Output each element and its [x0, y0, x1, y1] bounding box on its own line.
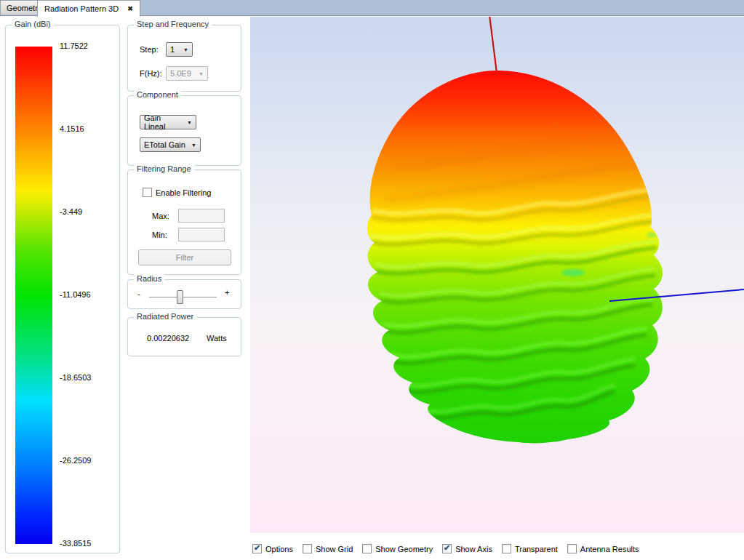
chevron-down-icon: ▼ [177, 47, 188, 52]
checkbox-box[interactable] [502, 544, 511, 553]
step-select[interactable]: 1 ▼ [166, 42, 193, 57]
radius-slider-handle[interactable] [177, 290, 183, 304]
colorbar-tick: -11.0496 [60, 290, 91, 299]
filter-button: Filter [138, 249, 231, 265]
max-input [178, 209, 225, 223]
radiated-power-unit: Watts [207, 334, 227, 343]
gain-colorbar-group: Gain (dBi) 11.7522 4.1516 -3.449 -11.049… [5, 25, 120, 553]
radiation-pattern-3d-scene [250, 17, 744, 533]
colorbar-tick: -33.8515 [60, 539, 91, 548]
chevron-down-icon: ▼ [185, 143, 196, 148]
show-geometry-checkbox[interactable]: Show Geometry [362, 544, 433, 553]
radiation-pattern-3d-viewport[interactable] [250, 17, 744, 533]
min-input [178, 228, 225, 241]
chevron-down-icon: ▼ [193, 71, 204, 76]
show-geometry-label: Show Geometry [375, 545, 433, 553]
colorbar-tick: -3.449 [60, 207, 82, 216]
checkbox-box[interactable] [362, 544, 372, 553]
checkbox-box[interactable] [303, 544, 312, 553]
show-grid-checkbox[interactable]: Show Grid [303, 544, 353, 553]
step-label: Step: [140, 45, 159, 54]
filtering-range-title: Filtering Range [134, 164, 194, 173]
view-options-bar: ✔ Options Show Grid Show Geometry ✔ Show… [252, 544, 639, 553]
step-select-value: 1 [170, 45, 175, 54]
transparent-checkbox[interactable]: Transparent [502, 544, 558, 553]
frequency-label: F(Hz): [140, 69, 162, 78]
frequency-select: 5.0E9 ▼ [166, 66, 208, 81]
radiated-power-value: 0.00220632 [147, 334, 189, 343]
options-checkbox[interactable]: ✔ Options [252, 544, 293, 553]
tab-radiation-pattern-3d-label: Radiation Pattern 3D [44, 4, 119, 13]
show-axis-checkbox[interactable]: ✔ Show Axis [442, 544, 492, 553]
radius-group: Radius - + [127, 279, 241, 309]
component-field-value: ETotal Gain [144, 140, 185, 149]
colorbar-tick: 11.7522 [60, 41, 88, 50]
radius-plus-button[interactable]: + [225, 288, 229, 297]
check-icon: ✔ [444, 544, 450, 552]
check-icon: ✔ [254, 544, 260, 552]
max-label: Max: [152, 212, 169, 220]
options-label: Options [265, 545, 293, 553]
gain-colorbar-title: Gain (dBi) [12, 20, 54, 28]
tab-bar: Geometry Radiation Pattern 3D ✖ [0, 0, 744, 16]
checkbox-box[interactable]: ✔ [252, 544, 262, 553]
checkbox-box[interactable]: ✔ [442, 544, 452, 553]
step-frequency-title: Step and Frequency [134, 20, 212, 28]
show-axis-label: Show Axis [455, 545, 492, 553]
colorbar-tick: -26.2509 [60, 456, 91, 465]
antenna-results-label: Antenna Results [580, 545, 639, 553]
min-label: Min: [152, 231, 167, 239]
step-frequency-group: Step and Frequency Step: 1 ▼ F(Hz): 5.0E… [127, 25, 241, 92]
enable-filtering-checkbox[interactable]: Enable Filtering [143, 188, 211, 197]
colorbar-tick: -18.6503 [60, 373, 91, 382]
radius-title: Radius [134, 274, 164, 283]
frequency-select-value: 5.0E9 [170, 69, 191, 78]
transparent-label: Transparent [515, 545, 558, 553]
checkbox-box[interactable] [567, 544, 577, 553]
colorbar-tick: 4.1516 [60, 124, 84, 133]
radius-minus-button[interactable]: - [137, 289, 140, 298]
antenna-results-checkbox[interactable]: Antenna Results [567, 544, 639, 553]
component-group: Component Gain Lineal ▼ ETotal Gain ▼ [127, 95, 241, 166]
radius-slider[interactable] [149, 297, 217, 298]
radiated-power-group: Radiated Power 0.00220632 Watts [127, 317, 241, 356]
colorbar-ticks: 11.7522 4.1516 -3.449 -11.0496 -18.6503 … [60, 47, 111, 544]
enable-filtering-label: Enable Filtering [156, 188, 211, 197]
radiated-power-title: Radiated Power [134, 312, 196, 321]
filtering-range-group: Filtering Range Enable Filtering Max: Mi… [127, 169, 241, 275]
close-icon[interactable]: ✖ [127, 5, 133, 12]
checkbox-box[interactable] [143, 188, 152, 197]
component-type-select[interactable]: Gain Lineal ▼ [140, 115, 196, 129]
component-title: Component [134, 90, 181, 99]
tab-radiation-pattern-3d[interactable]: Radiation Pattern 3D ✖ [37, 0, 140, 17]
chevron-down-icon: ▼ [181, 120, 192, 125]
colorbar-gradient [15, 47, 52, 544]
show-grid-label: Show Grid [316, 545, 353, 553]
component-field-select[interactable]: ETotal Gain ▼ [140, 137, 201, 152]
component-type-value: Gain Lineal [144, 113, 181, 131]
